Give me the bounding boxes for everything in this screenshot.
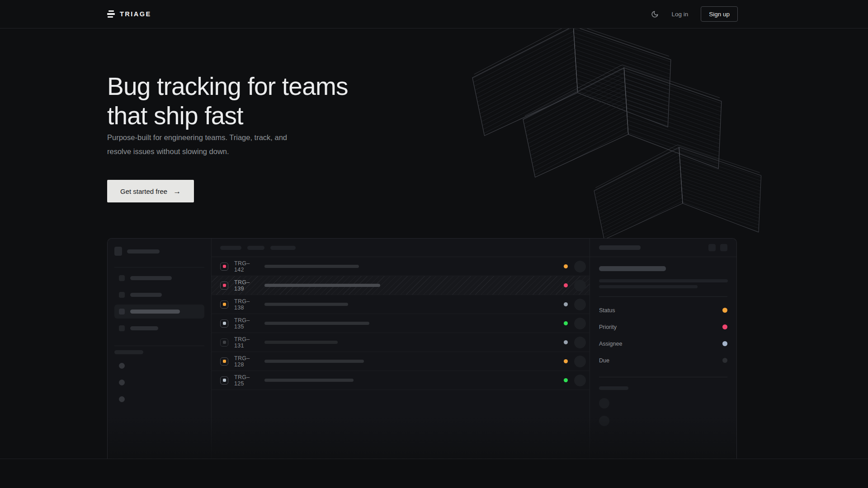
field-label: Assignee [599,341,622,347]
assignee-avatar [574,261,586,272]
brand-logo[interactable]: TRIAGE [107,10,151,18]
arrow-right-icon: → [173,188,181,195]
field-row: Priority [599,319,727,335]
issue-type-icon [220,282,228,290]
issue-title-skeleton [264,284,380,287]
issue-type-icon-fill [223,360,226,363]
assignee-avatar [574,299,586,310]
hero-title-line2: that ship fast [107,101,348,131]
issue-list-toolbar [212,239,590,257]
list-filter-pill [220,246,241,250]
skeleton-bar [127,249,160,253]
detail-fields: StatusPriorityAssigneeDue [599,302,727,369]
issue-detail-panel: StatusPriorityAssigneeDue [590,239,736,459]
skeleton-bar [130,326,158,330]
sidebar-item-icon [119,309,125,314]
sidebar-divider [114,346,204,346]
sidebar-item-icon [119,275,125,281]
assignee-avatar [574,280,586,291]
issue-type-icon-fill [223,322,226,325]
field-row: Assignee [599,335,727,352]
issue-row: TRG–135 [212,314,590,333]
detail-description-line [599,279,728,282]
field-row: Due [599,352,727,369]
panel-action-button [708,244,716,251]
status-dot [564,321,568,325]
detail-body: StatusPriorityAssigneeDue [590,257,736,426]
status-dot [564,283,568,287]
get-started-label: Get started free [120,188,167,195]
mockup-sidebar [108,239,212,459]
page-footer [0,459,868,488]
sidebar-dot [119,363,125,369]
issue-type-icon [220,319,228,328]
wireframe-decoration [448,28,814,268]
issue-type-icon [220,338,228,347]
detail-title-skeleton [599,266,666,271]
sidebar-section-label-skeleton [114,350,143,354]
skeleton-bar [130,293,162,297]
detail-activity-label-skeleton [599,386,628,390]
brand-name: TRIAGE [120,10,151,18]
issue-row: TRG–138 [212,295,590,314]
sidebar-nav-item [114,305,204,319]
hero-title-line1: Bug tracking for teams [107,72,348,101]
status-dot [564,378,568,382]
issue-title-skeleton [264,322,369,325]
issue-title-skeleton [264,303,348,306]
issue-title-skeleton [264,341,338,344]
issue-type-icon [220,300,228,309]
sidebar-nav-item [114,321,204,335]
hero-subtitle: Purpose-built for engineering teams. Tri… [107,131,287,158]
issue-type-icon-fill [223,284,226,287]
issue-row: TRG–139 [212,276,590,295]
signup-button[interactable]: Sign up [701,6,738,22]
get-started-button[interactable]: Get started free → [107,180,194,202]
issue-id: TRG–142 [234,260,259,273]
hero-title: Bug tracking for teams that ship fast [107,72,348,131]
theme-toggle-button[interactable] [648,7,661,21]
hero-subtitle-line2: resolve issues without slowing down. [107,145,287,159]
issue-type-icon-fill [223,303,226,306]
status-dot [564,302,568,306]
app-mockup: TRG–142TRG–139TRG–138TRG–135TRG–131TRG–1… [107,238,737,459]
field-label: Status [599,307,615,314]
issue-type-icon-fill [223,341,226,344]
field-row: Status [599,302,727,319]
issue-id: TRG–138 [234,298,259,311]
detail-header-skeleton [599,245,641,250]
assignee-avatar [574,356,586,367]
issue-title-skeleton [264,265,359,268]
nav-actions: Log in Sign up [648,6,738,22]
status-dot [564,340,568,344]
login-link[interactable]: Log in [671,11,688,18]
field-label: Due [599,357,609,364]
sidebar-divider [114,267,204,267]
issue-id: TRG–135 [234,317,259,330]
moon-icon [651,10,659,18]
sidebar-dot-list [114,363,204,402]
hero-section: Bug tracking for teams that ship fast Pu… [0,28,868,459]
sidebar-nav-item [114,271,204,285]
sidebar-item-icon [119,325,125,331]
detail-divider [599,296,727,297]
mockup-workspace-header [114,246,204,257]
detail-divider [599,377,727,377]
field-label: Priority [599,324,617,330]
issue-type-icon [220,357,228,366]
issue-id: TRG–131 [234,336,259,349]
issue-row: TRG–142 [212,257,590,276]
comment-avatar [599,398,609,408]
detail-header [590,239,736,257]
skeleton-bar [130,276,172,280]
sidebar-nav-item [114,288,204,302]
triage-logo-icon [107,10,115,18]
sidebar-nav [114,271,204,335]
issue-list: TRG–142TRG–139TRG–138TRG–135TRG–131TRG–1… [212,257,590,390]
sidebar-item-icon [119,292,125,298]
detail-description-skeleton [599,279,727,288]
list-filter-pill [270,246,296,250]
issue-row: TRG–131 [212,333,590,352]
field-value-dot [722,358,727,363]
issue-row: TRG–125 [212,371,590,390]
